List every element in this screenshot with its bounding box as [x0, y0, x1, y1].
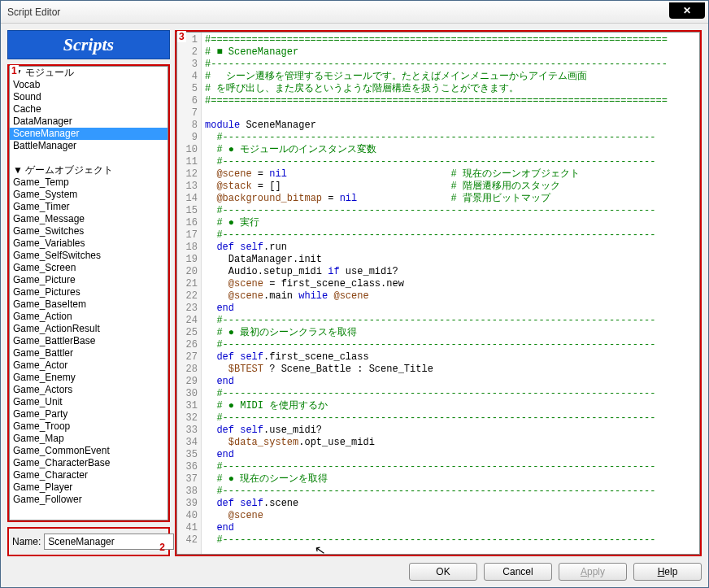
script-editor-window: Script Editor ✕ Scripts 1 ▼ モジュールVocabSo…: [0, 0, 709, 588]
list-item[interactable]: Game_Follower: [10, 494, 167, 506]
name-input[interactable]: [44, 534, 174, 550]
list-item[interactable]: Game_CommonEvent: [10, 445, 167, 457]
list-item[interactable]: ▼ モジュール: [10, 67, 167, 79]
list-item[interactable]: Game_System: [10, 189, 167, 201]
close-button[interactable]: ✕: [669, 2, 705, 19]
scripts-header: Scripts: [7, 30, 170, 59]
button-row: OK Cancel Apply Help: [7, 561, 702, 581]
panel-badge-2: 2: [159, 542, 165, 553]
list-item[interactable]: Game_Timer: [10, 201, 167, 213]
list-item[interactable]: BattleManager: [10, 140, 167, 152]
list-item[interactable]: Game_Screen: [10, 262, 167, 274]
code-panel: 3 12345678910111213141516171819202122232…: [175, 30, 702, 556]
list-item[interactable]: Game_Variables: [10, 237, 167, 250]
main-columns: Scripts 1 ▼ モジュールVocabSoundCacheDataMana…: [7, 30, 702, 556]
code-lines[interactable]: #=======================================…: [202, 33, 699, 554]
list-item[interactable]: Game_BaseItem: [10, 298, 167, 311]
code-editor[interactable]: 1234567891011121314151617181920212223242…: [176, 32, 700, 555]
ok-button[interactable]: OK: [409, 563, 477, 581]
list-item[interactable]: Game_Map: [10, 433, 167, 445]
list-item[interactable]: Game_Battler: [10, 347, 167, 359]
left-column: Scripts 1 ▼ モジュールVocabSoundCacheDataMana…: [7, 30, 170, 556]
list-item[interactable]: Game_Picture: [10, 274, 167, 286]
list-item[interactable]: Game_Actors: [10, 384, 167, 396]
script-list-panel: 1 ▼ モジュールVocabSoundCacheDataManagerScene…: [7, 64, 170, 522]
close-icon: ✕: [683, 5, 691, 16]
name-panel: Name: 2: [7, 527, 170, 556]
list-item[interactable]: Game_Unit: [10, 396, 167, 408]
titlebar[interactable]: Script Editor ✕: [1, 1, 708, 24]
list-item[interactable]: Game_Switches: [10, 225, 167, 237]
body: Scripts 1 ▼ モジュールVocabSoundCacheDataMana…: [1, 24, 708, 587]
list-item[interactable]: Game_BattlerBase: [10, 335, 167, 347]
list-item[interactable]: Vocab: [10, 79, 167, 91]
list-item[interactable]: Game_Message: [10, 213, 167, 225]
list-item[interactable]: Game_Actor: [10, 359, 167, 372]
list-item[interactable]: Game_Troop: [10, 420, 167, 433]
help-button[interactable]: Help: [633, 563, 702, 581]
name-label: Name:: [12, 536, 41, 547]
script-list[interactable]: ▼ モジュールVocabSoundCacheDataManagerSceneMa…: [9, 66, 168, 520]
list-item[interactable]: [10, 152, 167, 164]
panel-badge-1: 1: [10, 65, 19, 76]
list-item[interactable]: ▼ ゲームオブジェクト: [10, 164, 167, 176]
list-item[interactable]: Game_CharacterBase: [10, 457, 167, 469]
list-item[interactable]: Game_Player: [10, 481, 167, 494]
list-item[interactable]: Game_Temp: [10, 176, 167, 189]
window-title: Script Editor: [7, 7, 60, 18]
list-item[interactable]: Game_Pictures: [10, 286, 167, 298]
cancel-button[interactable]: Cancel: [484, 563, 552, 581]
list-item[interactable]: DataManager: [10, 115, 167, 128]
list-item[interactable]: Cache: [10, 103, 167, 115]
list-item[interactable]: Sound: [10, 91, 167, 103]
list-item[interactable]: SceneManager: [10, 128, 167, 140]
list-item[interactable]: Game_ActionResult: [10, 323, 167, 335]
list-item[interactable]: Game_Enemy: [10, 372, 167, 384]
list-item[interactable]: Game_Character: [10, 469, 167, 481]
line-gutter: 1234567891011121314151617181920212223242…: [177, 33, 202, 554]
list-item[interactable]: Game_SelfSwitches: [10, 250, 167, 262]
list-item[interactable]: Game_Action: [10, 311, 167, 323]
panel-badge-3: 3: [177, 31, 186, 42]
list-item[interactable]: Game_Party: [10, 408, 167, 420]
apply-button[interactable]: Apply: [559, 563, 627, 581]
